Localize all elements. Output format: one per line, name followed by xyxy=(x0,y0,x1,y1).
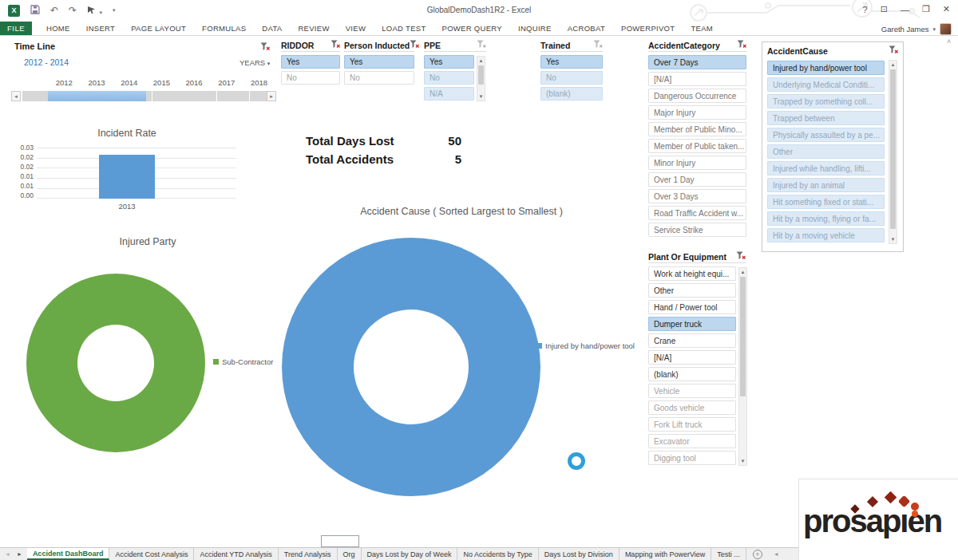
slicer-item[interactable]: (blank) xyxy=(540,87,603,101)
avatar[interactable] xyxy=(940,23,952,35)
slicer-item[interactable]: Work at height equi... xyxy=(648,266,736,281)
slicer-item[interactable]: Goods vehicle xyxy=(648,400,736,415)
scroll-down-icon[interactable]: ▼ xyxy=(739,457,746,465)
clear-filter-icon[interactable] xyxy=(889,44,898,58)
sheet-tab[interactable]: Accident Cost Analysis xyxy=(109,548,194,560)
incident-rate-bar[interactable] xyxy=(99,155,155,199)
sheet-tab[interactable]: Days Lost by Division xyxy=(539,548,620,560)
timeline-track[interactable] xyxy=(22,91,267,101)
collapse-ribbon-icon[interactable]: ˄ xyxy=(947,37,951,45)
slicer-item[interactable]: Trapped between xyxy=(767,111,885,125)
sheet-tab[interactable]: Days Lost by Day of Week xyxy=(362,548,458,560)
redo-icon[interactable]: ↷ xyxy=(69,6,77,15)
clear-filter-icon[interactable] xyxy=(736,250,746,264)
timeline-period-dropdown[interactable]: YEARS ▾ xyxy=(240,58,270,67)
slicer-item[interactable]: Major Injury xyxy=(648,105,746,120)
ribbon-tab[interactable]: DATA xyxy=(254,24,290,33)
clear-filter-icon[interactable] xyxy=(260,41,270,55)
user-dropdown-icon[interactable]: ▾ xyxy=(932,26,936,33)
touch-mode-icon[interactable]: ▾ xyxy=(87,3,102,18)
slicer-item[interactable]: Hit by a moving vehicle xyxy=(767,228,885,243)
ribbon-tab[interactable]: LOAD TEST xyxy=(374,24,433,33)
slicer-item[interactable]: Other xyxy=(648,283,736,298)
ribbon-tab[interactable]: REVIEW xyxy=(290,24,337,33)
ribbon-tab[interactable]: PAGE LAYOUT xyxy=(123,24,194,33)
sheet-nav-right-icon[interactable]: ► xyxy=(17,551,22,557)
scroll-up-icon[interactable]: ▲ xyxy=(889,61,897,69)
sheet-tab[interactable]: Org xyxy=(338,548,362,560)
new-sheet-icon[interactable]: + xyxy=(753,550,762,559)
ribbon-display-options-icon[interactable]: ⊡ xyxy=(881,4,888,14)
slicer-item[interactable]: Dangerous Occurrence xyxy=(648,89,746,103)
timeline-scroll-left[interactable]: ◂ xyxy=(11,91,21,101)
slicer-item[interactable]: Service Strike xyxy=(648,223,746,237)
clear-filter-icon[interactable] xyxy=(477,38,486,53)
slicer-item[interactable]: Yes xyxy=(424,55,474,69)
ribbon-tab[interactable]: INSERT xyxy=(78,24,123,33)
clear-filter-icon[interactable] xyxy=(593,38,603,53)
slicer-item[interactable]: Injured by hand/power tool xyxy=(767,61,885,75)
slicer-item[interactable]: Other xyxy=(767,144,885,159)
sheet-nav-left-icon[interactable]: ◄ xyxy=(5,551,10,557)
restore-icon[interactable]: ❐ xyxy=(922,4,930,14)
undo-icon[interactable]: ↶ xyxy=(50,6,58,15)
slicer-item[interactable]: Trapped by something coll... xyxy=(767,94,885,108)
slicer-item[interactable]: [N/A] xyxy=(648,350,736,365)
slicer-item[interactable]: N/A xyxy=(424,87,474,101)
ribbon-tab[interactable]: POWER QUERY xyxy=(434,24,510,33)
clear-filter-icon[interactable] xyxy=(737,38,746,53)
close-icon[interactable]: ✕ xyxy=(943,4,950,14)
slicer-item[interactable]: Vehicle xyxy=(648,384,736,398)
slicer-item[interactable]: Over 7 Days xyxy=(648,55,746,69)
slicer-item[interactable]: Over 1 Day xyxy=(648,172,746,187)
clear-filter-icon[interactable] xyxy=(331,38,340,53)
slicer-item[interactable]: Yes xyxy=(344,55,414,69)
slicer-item[interactable]: Fork Lift truck xyxy=(648,417,736,432)
user-account[interactable]: Gareth James ▾ xyxy=(881,22,952,36)
slicer-item[interactable]: No xyxy=(540,71,603,85)
qat-customize-icon[interactable]: ▾ xyxy=(113,7,116,14)
scroll-down-icon[interactable]: ▼ xyxy=(477,93,485,101)
slicer-item[interactable]: Hit something fixed or stati... xyxy=(767,195,885,209)
sheet-tab[interactable]: Mapping with PowerView xyxy=(620,548,711,560)
ppe-scrollbar[interactable]: ▲ ▼ xyxy=(477,56,485,101)
scroll-up-icon[interactable]: ▲ xyxy=(739,268,746,276)
slicer-item[interactable]: [N/A] xyxy=(648,72,746,86)
ribbon-tab[interactable]: VIEW xyxy=(338,24,374,33)
slicer-item[interactable]: Over 3 Days xyxy=(648,189,746,203)
injured-party-donut[interactable] xyxy=(26,274,205,452)
accident-cause-scrollbar[interactable]: ▲ ▼ xyxy=(889,60,897,244)
slicer-item[interactable]: Hand / Power tool xyxy=(648,300,736,314)
scroll-down-icon[interactable]: ▼ xyxy=(889,235,897,243)
scroll-up-icon[interactable]: ▲ xyxy=(477,57,485,65)
slicer-item[interactable]: Digging tool xyxy=(648,451,736,465)
sheet-tab[interactable]: No Accidents by Type xyxy=(457,548,538,560)
clear-filter-icon[interactable] xyxy=(410,38,419,53)
save-icon[interactable] xyxy=(30,3,40,18)
sheet-tab[interactable]: Testi ... xyxy=(711,548,746,560)
ribbon-tab[interactable]: INQUIRE xyxy=(510,24,560,33)
slicer-item[interactable]: Excavator xyxy=(648,434,736,448)
file-tab[interactable]: FILE xyxy=(0,22,32,35)
slicer-item[interactable]: Hit by a moving, flying or fa... xyxy=(767,211,885,226)
accident-cause-donut[interactable] xyxy=(282,238,540,496)
ribbon-tab[interactable]: POWERPIVOT xyxy=(613,24,683,33)
sheet-tab[interactable]: Trend Analysis xyxy=(279,548,338,560)
slicer-item[interactable]: Road Traffic Accident w... xyxy=(648,206,746,220)
timeline-scroll-right[interactable]: ▸ xyxy=(267,91,276,101)
ribbon-tab[interactable]: TEAM xyxy=(683,24,721,33)
minimize-icon[interactable]: — xyxy=(901,5,909,14)
sheet-tab[interactable]: Accident YTD Analysis xyxy=(194,548,278,560)
slicer-item[interactable]: Dumper truck xyxy=(648,317,736,331)
slicer-item[interactable]: Crane xyxy=(648,333,736,348)
ribbon-tab[interactable]: HOME xyxy=(38,24,78,33)
slicer-item[interactable]: Injured while handling, lifti... xyxy=(767,161,885,175)
slicer-item[interactable]: No xyxy=(344,71,414,85)
slicer-item[interactable]: No xyxy=(281,71,340,85)
slicer-item[interactable]: Member of Public Mino... xyxy=(648,122,746,136)
ribbon-tab[interactable]: FORMULAS xyxy=(194,24,254,33)
slicer-item[interactable]: Member of Public taken... xyxy=(648,139,746,153)
tab-scroll-left-icon[interactable]: ◄ xyxy=(774,551,779,557)
ribbon-tab[interactable]: ACROBAT xyxy=(560,24,613,33)
slicer-item[interactable]: Yes xyxy=(281,55,340,69)
